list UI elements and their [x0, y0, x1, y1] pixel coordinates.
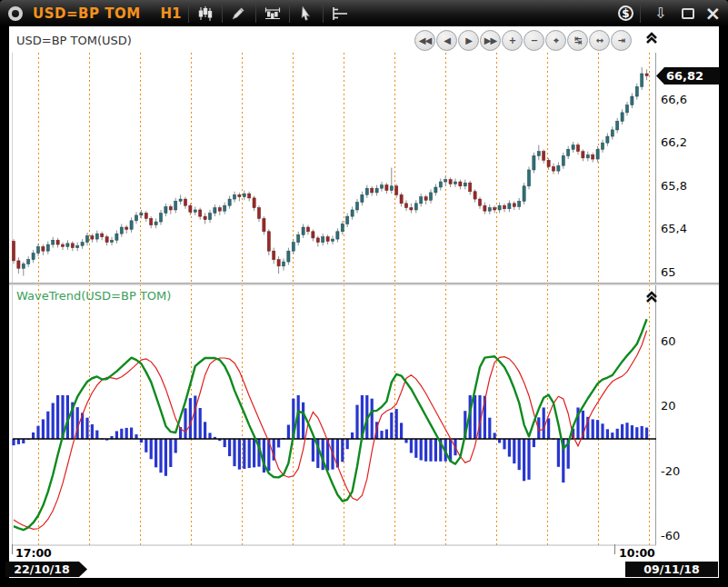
compress-button[interactable]: ↹ [567, 30, 588, 51]
rewind-button[interactable]: ◀◀ [414, 30, 435, 51]
price-axis-tick: 65 [661, 265, 676, 279]
compress-candles-button[interactable]: ↔ [589, 30, 610, 51]
toolbar-separator [188, 5, 189, 23]
step-forward-button[interactable]: ▶ [458, 30, 479, 51]
time-label-right: 10:00 [619, 546, 655, 560]
wavetrend-axis-tick: -60 [661, 529, 680, 542]
app-logo-icon [8, 6, 23, 21]
wavetrend-axis-tick: 20 [661, 399, 676, 413]
collapse-wavetrend-pane-icon[interactable] [644, 289, 659, 308]
timeframe-label[interactable]: H1 [161, 5, 182, 22]
date-tag-left: 22/10/18 [5, 562, 87, 577]
draw-pencil-icon[interactable] [229, 5, 249, 23]
time-label-left: 17:00 [15, 546, 52, 560]
toolbar-separator [289, 5, 290, 23]
time-axis-tick [614, 544, 615, 554]
dollar-account-icon[interactable]: $ [618, 5, 633, 21]
title-bar[interactable]: USD=BP TOM H1 [0, 0, 728, 26]
collapse-price-pane-icon[interactable] [644, 30, 659, 49]
close-window-icon[interactable]: × [704, 5, 721, 23]
download-arrow-icon[interactable]: ⇩ [654, 5, 666, 22]
wavetrend-axis-tick: -20 [661, 464, 680, 478]
last-price-tag: 66,82 [656, 67, 720, 85]
indicator-tool-icon[interactable] [263, 5, 283, 23]
zoom-in-button[interactable]: + [502, 30, 523, 51]
price-axis-tick: 65,4 [661, 222, 687, 235]
toolbar-separator [323, 5, 324, 23]
pane-separator[interactable] [9, 283, 719, 285]
cursor-pointer-icon[interactable] [296, 5, 316, 23]
price-axis-tick: 66,2 [661, 135, 687, 149]
restore-window-icon[interactable] [682, 8, 694, 19]
window-symbol-title: USD=BP TOM [33, 5, 141, 22]
object-list-icon[interactable] [330, 5, 350, 23]
wavetrend-axis-tick: 60 [661, 334, 676, 348]
step-back-button[interactable]: ◀ [436, 30, 457, 51]
price-pane-title: USD=BP TOM(USD) [16, 34, 132, 47]
jump-to-end-button[interactable]: ⇥ [611, 30, 632, 51]
wavetrend-pane-title: WaveTrend(USD=BP TOM) [16, 289, 171, 303]
chart-nav-toolbar: ◀◀◀▶▶▶+−⌖↹↔⇥ [414, 30, 633, 51]
price-axis-tick: 65,8 [661, 179, 687, 193]
zoom-out-button[interactable]: − [524, 30, 544, 51]
candlestick-chart-icon[interactable] [195, 5, 215, 23]
zoom-area-button[interactable]: ⌖ [545, 30, 566, 51]
time-axis-tick [12, 544, 13, 554]
price-axis-tick: 66,6 [661, 93, 687, 106]
date-tag-right: 09/11/18 [625, 562, 718, 577]
terminal-window: USD=BP TOM H1 [0, 0, 728, 587]
toolbar-separator [640, 5, 641, 23]
fast-forward-button[interactable]: ▶▶ [480, 30, 501, 51]
toolbar-separator [255, 5, 256, 23]
toolbar-separator [222, 5, 223, 23]
